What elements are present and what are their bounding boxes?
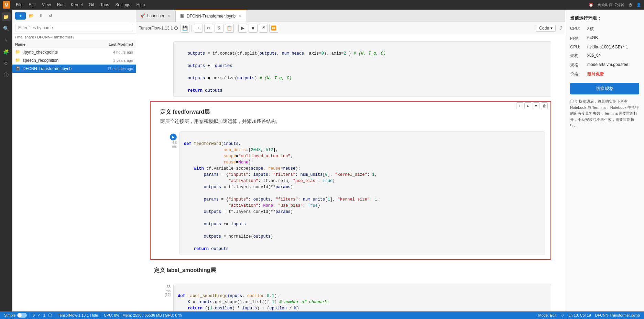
file-name: DFCNN-Transformer.ipynb: [23, 66, 107, 71]
extensions-icon[interactable]: 🧩: [2, 47, 11, 56]
list-item[interactable]: 📁 speech_recognition 3 years ago: [12, 56, 136, 65]
toolbar-separator-2: [236, 25, 236, 32]
file-modified: 17 minutes ago: [107, 67, 133, 71]
power-icon[interactable]: ⏻: [629, 3, 632, 7]
share-button[interactable]: ⤴: [560, 25, 562, 31]
run-time-ls: 58: [167, 285, 171, 289]
menu-kernel[interactable]: Kernel: [68, 2, 86, 8]
menu-help[interactable]: Help: [134, 2, 148, 8]
cell-gutter-ls: 58 ms [12]: [150, 284, 171, 311]
cell-code: outputs = tf.concat(tf.split(outputs, nu…: [174, 42, 551, 96]
move-up-button[interactable]: ▲: [524, 102, 531, 109]
switch-spec-button[interactable]: 切换规格: [570, 83, 639, 94]
name-column-header: Name: [15, 42, 25, 46]
upload-icon[interactable]: ⬆: [37, 12, 45, 20]
cell-body[interactable]: outputs = tf.concat(tf.split(outputs, nu…: [173, 41, 551, 97]
timer-label: 剩余时间: 7分钟: [598, 2, 624, 8]
cut-button[interactable]: ✂: [204, 24, 213, 33]
env-price: 价格: 限时免费: [570, 71, 639, 77]
cell-input: outputs = tf.concat(tf.split(outputs, nu…: [150, 41, 551, 97]
git-icon[interactable]: ⑂: [2, 36, 11, 45]
save-button[interactable]: 💾: [181, 24, 189, 33]
info-circle-icon: ⓘ: [48, 313, 52, 318]
list-item[interactable]: 📓 DFCNN-Transformer.ipynb 17 minutes ago: [12, 65, 136, 73]
cell-type-select[interactable]: Code ▾: [536, 25, 556, 32]
markdown-title: 定义 feedforward层: [160, 109, 541, 116]
close-launcher-tab[interactable]: ×: [166, 13, 171, 18]
items-count: 0: [33, 313, 35, 317]
info-icon[interactable]: ⓘ: [2, 71, 11, 80]
tab-launcher[interactable]: 🚀 Launcher ×: [136, 10, 176, 22]
cell-body-ls[interactable]: def label_smoothing(inputs, epsilon=0.1)…: [173, 284, 551, 311]
kernel-name-label: TensorFlow-1.13.1: [139, 26, 173, 31]
price-value: 限时免费: [587, 71, 604, 77]
cell-code-ls: def label_smoothing(inputs, epsilon=0.1)…: [174, 284, 551, 311]
search-input[interactable]: [15, 24, 133, 32]
items-label: 1: [43, 313, 45, 317]
cell-type-label: Code: [539, 26, 549, 31]
simple-label: Simple: [4, 313, 16, 317]
menu-run[interactable]: Run: [54, 2, 67, 8]
env-memory: 内存: 64GB: [570, 35, 639, 41]
folder-icon[interactable]: 📂: [27, 12, 35, 20]
env-cpu: CPU: 8核: [570, 26, 639, 32]
close-notebook-tab[interactable]: ×: [238, 14, 242, 19]
file-panel-toolbar: + 📂 ⬆ ↺: [12, 10, 136, 22]
timer-info: ⏰ 剩余时间: 7分钟 ⏻ 👤: [589, 2, 641, 8]
cell-body-feedforward[interactable]: def feedforward(inputs, num_units=[2048,…: [179, 132, 545, 255]
menu-bar: M File Edit View Run Kernel Git Tabs Set…: [0, 0, 644, 10]
gpu-label: GPU:: [570, 45, 587, 49]
add-cell-above-button[interactable]: +: [516, 102, 523, 109]
move-down-button[interactable]: ▼: [533, 102, 539, 109]
right-panel: 当前运行环境： CPU: 8核 内存: 64GB GPU: nvidia-p10…: [565, 10, 644, 311]
refresh-icon[interactable]: ↺: [46, 12, 55, 20]
notebook-tab-icon: 📓: [180, 14, 185, 18]
exec-count: 68: [173, 140, 177, 145]
run-time: ms: [172, 145, 177, 148]
env-spec: 规格: modelarts.vm.gpu.free: [570, 62, 639, 68]
add-cell-button[interactable]: +: [194, 24, 203, 33]
new-button[interactable]: +: [15, 12, 26, 20]
chevron-down-icon: ▾: [550, 26, 553, 31]
paste-button[interactable]: 📋: [225, 24, 234, 33]
launcher-tab-icon: 🚀: [140, 13, 145, 18]
breadcrumb: / ma_share / DFCNN-Transformer /: [12, 34, 136, 41]
search-icon[interactable]: 🔍: [2, 24, 11, 33]
user-icon[interactable]: 👤: [636, 3, 641, 7]
cell-top: outputs = tf.concat(tf.split(outputs, nu…: [150, 41, 551, 97]
menu-tabs[interactable]: Tabs: [98, 2, 112, 8]
cell-markdown-label-smoothing: 定义 label_smoothing层: [150, 264, 551, 280]
delete-cell-button[interactable]: 🗑: [541, 102, 548, 109]
copy-button[interactable]: ⎘: [215, 24, 223, 33]
right-panel-title: 当前运行环境：: [570, 15, 639, 21]
restart-button[interactable]: ↺: [259, 24, 268, 33]
run-button[interactable]: ▶: [238, 24, 247, 33]
menu-edit[interactable]: Edit: [26, 2, 39, 8]
markdown-content-label: 定义 label_smoothing层: [150, 264, 551, 280]
env-gpu: GPU: nvidia-p100(16GB) * 1: [570, 45, 639, 49]
menu-settings[interactable]: Settings: [112, 2, 133, 8]
menu-git[interactable]: Git: [86, 2, 97, 8]
gpu-value: nvidia-p100(16GB) * 1: [587, 45, 628, 49]
main-layout: 📁 🔍 ⑂ 🧩 ⚙ ⓘ + 📂 ⬆ ↺ / ma_share / DFCNN-T…: [0, 10, 644, 311]
markdown-content: 定义 feedforward层 两层全连接层，用卷积模拟加速运算，并添加残差结构…: [156, 106, 545, 129]
menu-view[interactable]: View: [39, 2, 54, 8]
edit-mode-label: Mode: Edit: [538, 313, 557, 317]
notebook-content[interactable]: outputs = tf.concat(tf.split(outputs, nu…: [136, 34, 565, 311]
list-item[interactable]: 📁 .ipynb_checkpoints 4 hours ago: [12, 48, 136, 56]
menu-file[interactable]: File: [13, 2, 25, 8]
fast-forward-button[interactable]: ⏩: [269, 24, 278, 33]
simple-toggle[interactable]: Simple: [4, 313, 27, 318]
settings-icon[interactable]: ⚙: [2, 59, 11, 68]
toggle-track[interactable]: [17, 313, 27, 318]
tab-notebook-label: DFCNN-Transformer.ipynb: [187, 14, 236, 19]
toolbar-separator: [192, 25, 192, 32]
notebook-area: 🚀 Launcher × 📓 DFCNN-Transformer.ipynb ×…: [136, 10, 565, 311]
arch-label: 架构:: [570, 53, 587, 59]
run-cell-button[interactable]: ▶: [170, 134, 177, 140]
files-icon[interactable]: 📁: [2, 12, 11, 21]
statusbar-separator-2: [55, 313, 55, 318]
tab-notebook[interactable]: 📓 DFCNN-Transformer.ipynb ×: [176, 10, 247, 22]
file-modified: 4 hours ago: [113, 50, 133, 54]
stop-button[interactable]: ■: [249, 24, 258, 33]
